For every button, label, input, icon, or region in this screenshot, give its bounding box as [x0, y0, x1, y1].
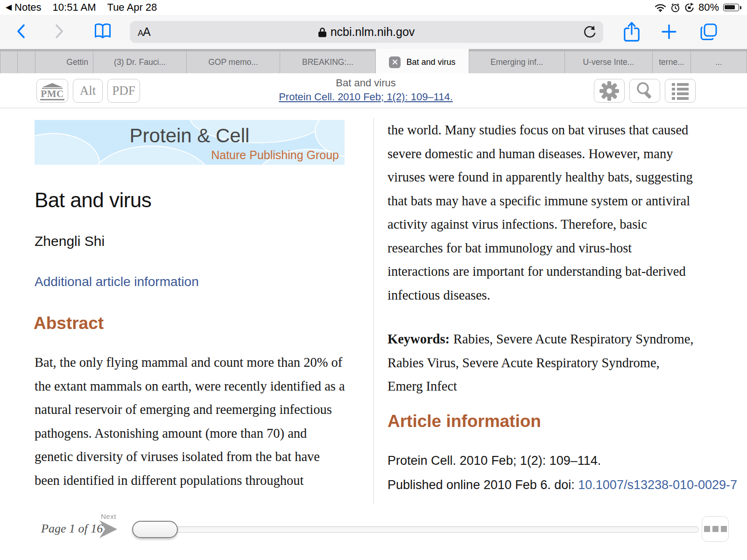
browser-toolbar: AA ncbi.nlm.nih.gov	[0, 15, 747, 49]
right-column: the world. Many studies focus on bat vir…	[388, 119, 697, 399]
lock-icon	[318, 27, 326, 37]
tab-blank[interactable]: ...	[691, 51, 747, 73]
column-divider	[374, 118, 374, 504]
article-content: Protein & Cell Nature Publishing Group B…	[0, 108, 747, 509]
tab-label: BREAKING:...	[302, 57, 353, 67]
tab-gettin[interactable]: Gettin	[35, 51, 93, 73]
share-button[interactable]	[623, 21, 641, 44]
search-icon	[634, 81, 655, 101]
status-time: 10:51 AM	[53, 1, 96, 14]
page-slider-thumb[interactable]	[132, 521, 178, 538]
keywords-label: Keywords:	[388, 332, 450, 346]
tab-bar: Gettin(3) Dr. Fauci...GOP memo...BREAKIN…	[0, 49, 747, 73]
tab-gop-memo[interactable]: GOP memo...	[187, 51, 280, 73]
more-square-icon	[704, 526, 710, 532]
citation-line: Protein Cell. 2010 Feb; 1(2): 109–114.	[388, 454, 601, 468]
wifi-icon	[655, 3, 666, 12]
text-size-small-a: A	[138, 28, 143, 38]
share-icon	[623, 21, 641, 42]
back-icon	[15, 23, 27, 39]
reading-list-button[interactable]	[93, 22, 112, 42]
pmc-logo-label: PMC	[40, 89, 64, 100]
tab-label: terne...	[659, 57, 684, 67]
url-text: ncbi.nlm.nih.gov	[331, 25, 415, 39]
tab-bat-and-virus[interactable]: Bat and virus	[376, 49, 469, 73]
close-tab-icon[interactable]	[389, 56, 401, 68]
article-author: Zhengli Shi	[35, 233, 105, 249]
tab-terne[interactable]: terne...	[653, 51, 691, 73]
forward-button[interactable]	[53, 23, 65, 41]
forward-icon	[53, 23, 65, 39]
pager-bar: Page 1 of 16 Next	[0, 509, 747, 560]
abstract-text-right: the world. Many studies focus on bat vir…	[388, 119, 697, 307]
tab-label: ...	[715, 57, 722, 67]
additional-info-link[interactable]: Additional article information	[35, 274, 199, 289]
tab-label: GOP memo...	[208, 57, 258, 67]
alt-label: Alt	[80, 84, 96, 98]
text-size-big-a: A	[143, 25, 150, 38]
alt-button[interactable]: Alt	[73, 79, 103, 103]
journal-banner: Protein & Cell Nature Publishing Group	[35, 120, 345, 165]
doi-link[interactable]: 10.1007/s13238-010-0029-7	[578, 478, 737, 492]
tab-3-dr-fauci[interactable]: (3) Dr. Fauci...	[93, 51, 187, 73]
refresh-icon	[583, 25, 597, 39]
tabs-icon	[699, 22, 718, 41]
pmc-home-button[interactable]: PMC	[36, 79, 68, 103]
new-tab-button[interactable]	[661, 24, 677, 41]
tab-blank[interactable]	[18, 51, 35, 73]
back-to-app-icon: ◀	[6, 2, 12, 12]
cloud-shape	[91, 146, 212, 165]
settings-button[interactable]	[594, 79, 625, 103]
contents-button[interactable]	[665, 79, 696, 103]
status-right: 80%	[655, 1, 741, 14]
abstract-heading: Abstract	[34, 314, 104, 333]
tab-label: (3) Dr. Fauci...	[114, 57, 166, 67]
pager-more-button[interactable]	[702, 516, 729, 542]
alarm-icon	[670, 3, 680, 13]
status-left: ◀ Notes 10:51 AM Tue Apr 28	[6, 1, 157, 14]
back-to-app-label: Notes	[14, 1, 41, 14]
more-square-icon	[712, 526, 719, 532]
reader-header-center: Bat and virus Protein Cell. 2010 Feb; 1(…	[233, 77, 498, 103]
pdf-button[interactable]: PDF	[107, 79, 140, 103]
tab-u-verse-inte[interactable]: U-verse Inte...	[565, 51, 653, 73]
refresh-button[interactable]	[583, 25, 597, 41]
next-page-button[interactable]	[98, 519, 119, 541]
page-indicator: Page 1 of 16	[41, 522, 103, 536]
keywords-block: Keywords:Rabies, Severe Acute Respirator…	[388, 328, 697, 399]
status-date: Tue Apr 28	[107, 1, 157, 14]
back-to-app[interactable]: ◀ Notes	[6, 1, 42, 14]
published-line: Published online 2010 Feb 6. doi: 10.100…	[388, 478, 737, 492]
tab-emerging-inf[interactable]: Emerging inf...	[469, 51, 565, 73]
rotation-lock-icon	[684, 3, 694, 13]
battery-icon	[723, 4, 739, 11]
journal-title: Protein & Cell	[35, 125, 345, 147]
address-bar[interactable]: AA ncbi.nlm.nih.gov	[130, 21, 603, 43]
ipad-screen: ◀ Notes 10:51 AM Tue Apr 28 80%	[0, 0, 747, 560]
battery-percent-label: 80%	[698, 1, 719, 14]
journal-publisher: Nature Publishing Group	[211, 148, 339, 162]
published-prefix: Published online 2010 Feb 6. doi:	[388, 478, 578, 492]
tab-label: Bat and virus	[406, 57, 455, 67]
tab-label: Emerging inf...	[491, 57, 543, 67]
tab-label: U-verse Inte...	[583, 57, 634, 67]
battery-nub	[740, 6, 741, 9]
toc-list-icon	[669, 81, 691, 101]
reader-citation-link[interactable]: Protein Cell. 2010 Feb; 1(2): 109–114.	[279, 91, 453, 103]
text-size-button[interactable]: AA	[138, 25, 150, 39]
reader-toolbar: PMC Alt PDF Bat and virus Protein Cell. …	[0, 73, 747, 108]
status-bar: ◀ Notes 10:51 AM Tue Apr 28 80%	[0, 0, 747, 15]
tab-overview-button[interactable]	[699, 22, 718, 42]
back-button[interactable]	[15, 23, 27, 41]
battery-fill	[725, 5, 735, 9]
pdf-label: PDF	[112, 84, 135, 98]
reader-article-title: Bat and virus	[233, 77, 498, 89]
book-icon	[93, 22, 112, 40]
next-arrow-icon	[98, 519, 119, 539]
url-display: ncbi.nlm.nih.gov	[318, 25, 415, 39]
tab-blank[interactable]	[0, 51, 18, 73]
page-slider-track[interactable]	[133, 526, 699, 532]
abstract-text-left: Bat, the only flying mammal and count mo…	[35, 351, 345, 492]
search-button[interactable]	[629, 79, 660, 103]
tab-breaking[interactable]: BREAKING:...	[280, 51, 376, 73]
